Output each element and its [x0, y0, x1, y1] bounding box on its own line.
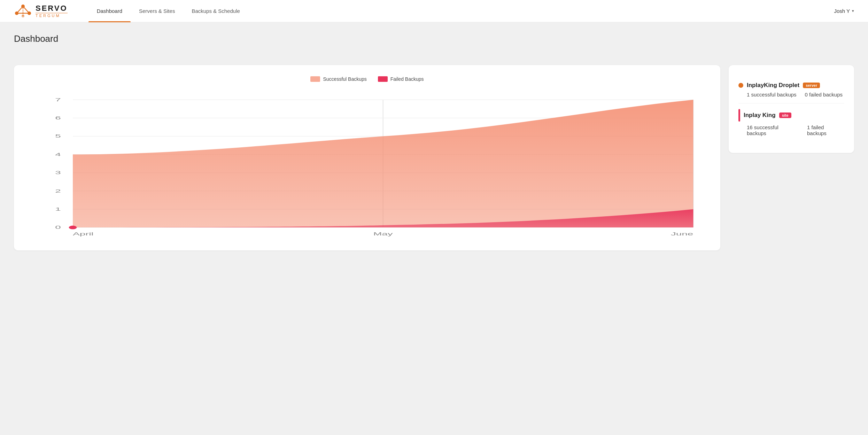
svg-text:April: April: [73, 231, 93, 236]
nav-link-servers-sites[interactable]: Servers & Sites: [131, 0, 183, 22]
legend-failed: Failed Backups: [378, 76, 424, 82]
chart-start-dot: [69, 226, 77, 229]
chart-area: 7 6 5 4 3 2 1 0 April May June: [25, 89, 709, 242]
site-counts: 16 successful backups 1 failed backups: [738, 124, 844, 136]
stats-item-site-header: Inplay King site: [738, 109, 844, 122]
legend-successful: Successful Backups: [310, 76, 366, 82]
server-failed-count: 0 failed backups: [805, 92, 843, 98]
logo-icon: [14, 3, 32, 19]
svg-line-5: [23, 6, 29, 13]
legend-failed-label: Failed Backups: [390, 76, 424, 82]
logo: SERVO TERGUM: [14, 3, 68, 19]
server-counts: 1 successful backups 0 failed backups: [738, 92, 844, 98]
server-badge: server: [803, 83, 820, 88]
nav-link-backups-schedule[interactable]: Backups & Schedule: [183, 0, 248, 22]
svg-text:5: 5: [55, 133, 61, 139]
svg-text:3: 3: [55, 170, 61, 175]
nav-links: Dashboard Servers & Sites Backups & Sche…: [88, 0, 834, 22]
stats-item-server-header: InplayKing Droplet server: [738, 82, 844, 89]
svg-line-4: [17, 6, 23, 13]
svg-text:4: 4: [55, 152, 61, 157]
legend-swatch-failed: [378, 76, 388, 82]
page-title: Dashboard: [14, 33, 854, 44]
server-status-dot: [738, 83, 743, 88]
logo-tergum-text: TERGUM: [36, 13, 68, 18]
svg-text:1: 1: [55, 207, 61, 212]
dashboard-body: Successful Backups Failed Backups: [0, 65, 868, 264]
svg-text:0: 0: [55, 225, 61, 230]
nav-user-name: Josh Y: [834, 8, 850, 14]
legend-successful-label: Successful Backups: [323, 76, 366, 82]
page-content: Dashboard: [0, 22, 868, 65]
svg-text:May: May: [373, 231, 393, 236]
server-name: InplayKing Droplet: [747, 82, 799, 89]
server-successful-count: 1 successful backups: [747, 92, 797, 98]
site-badge: site: [779, 112, 791, 118]
chart-card: Successful Backups Failed Backups: [14, 65, 720, 250]
nav-link-dashboard[interactable]: Dashboard: [88, 0, 131, 22]
site-successful-count: 16 successful backups: [747, 124, 799, 136]
svg-text:June: June: [671, 231, 693, 236]
logo-text: SERVO TERGUM: [36, 5, 68, 18]
nav-user-menu[interactable]: Josh Y ▾: [834, 8, 854, 14]
svg-text:6: 6: [55, 115, 61, 121]
stats-item-server: InplayKing Droplet server 1 successful b…: [738, 76, 844, 103]
stats-item-site: Inplay King site 16 successful backups 1…: [738, 103, 844, 142]
stats-card: InplayKing Droplet server 1 successful b…: [729, 65, 854, 153]
legend-swatch-successful: [310, 76, 320, 82]
site-failed-count: 1 failed backups: [807, 124, 844, 136]
navbar: SERVO TERGUM Dashboard Servers & Sites B…: [0, 0, 868, 22]
logo-servo-text: SERVO: [36, 5, 68, 12]
chevron-down-icon: ▾: [852, 9, 854, 13]
chart-svg: 7 6 5 4 3 2 1 0 April May June: [25, 89, 709, 242]
svg-text:7: 7: [55, 97, 61, 102]
dashboard-grid: Successful Backups Failed Backups: [0, 65, 868, 250]
svg-text:2: 2: [55, 188, 61, 193]
site-name: Inplay King: [744, 112, 776, 119]
chart-legend: Successful Backups Failed Backups: [25, 76, 709, 82]
site-status-bar: [738, 109, 740, 122]
